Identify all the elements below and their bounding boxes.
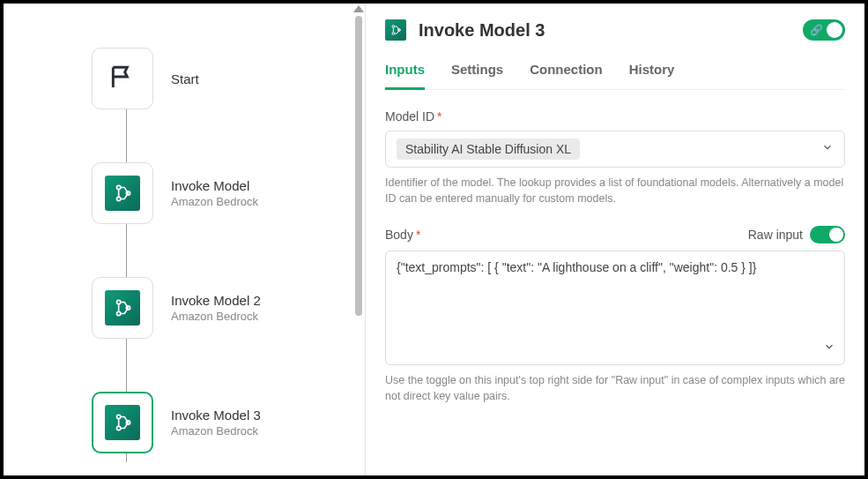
model-id-label-text: Model ID — [385, 109, 434, 123]
body-label: Body* — [385, 228, 420, 242]
node-invoke-model[interactable]: Invoke Model Amazon Bedrock — [92, 162, 261, 224]
node-title: Invoke Model — [171, 178, 258, 193]
model-id-label: Model ID* — [385, 109, 845, 123]
node-subtitle: Amazon Bedrock — [171, 195, 258, 208]
scroll-up-icon[interactable] — [353, 5, 364, 12]
bedrock-icon — [105, 290, 140, 326]
node-start[interactable]: Start — [92, 48, 261, 109]
bedrock-icon — [105, 405, 140, 440]
tab-connection[interactable]: Connection — [530, 62, 603, 89]
body-input[interactable]: {"text_prompts": [ { "text": "A lighthou… — [385, 251, 845, 365]
panel-title: Invoke Model 3 — [419, 20, 803, 41]
bedrock-icon — [105, 176, 140, 211]
bedrock-icon — [385, 19, 406, 41]
svg-point-6 — [117, 415, 121, 418]
workflow-canvas[interactable]: Start Invoke Model Amazon Bedrock — [4, 4, 365, 475]
raw-input-label: Raw input — [748, 228, 803, 242]
svg-point-1 — [117, 197, 121, 200]
svg-point-7 — [117, 426, 121, 430]
svg-point-9 — [392, 26, 395, 28]
node-title: Invoke Model 3 — [171, 408, 261, 423]
node-subtitle: Amazon Bedrock — [171, 310, 261, 323]
node-details-panel: Invoke Model 3 🔗 Inputs Settings Connect… — [365, 4, 864, 475]
flag-icon — [108, 63, 137, 94]
svg-point-3 — [117, 300, 121, 303]
svg-point-4 — [117, 311, 121, 315]
svg-point-10 — [392, 33, 395, 35]
body-help: Use the toggle on this input's top right… — [385, 372, 845, 404]
svg-point-0 — [117, 185, 121, 189]
chevron-down-icon[interactable] — [823, 341, 835, 356]
node-enabled-toggle[interactable]: 🔗 — [803, 19, 845, 41]
node-invoke-model-2[interactable]: Invoke Model 2 Amazon Bedrock — [92, 277, 261, 339]
node-title: Start — [171, 71, 199, 86]
model-id-select[interactable]: Stability AI Stable Diffusion XL — [385, 131, 845, 168]
node-title: Invoke Model 2 — [171, 293, 261, 308]
body-label-text: Body — [385, 228, 413, 242]
tab-settings[interactable]: Settings — [451, 62, 503, 89]
chevron-down-icon — [821, 141, 834, 157]
raw-input-toggle[interactable] — [810, 226, 845, 243]
body-value: {"text_prompts": [ { "text": "A lighthou… — [397, 260, 756, 274]
panel-tabs: Inputs Settings Connection History — [385, 62, 845, 90]
tab-history[interactable]: History — [629, 62, 675, 89]
model-id-help: Identifier of the model. The lookup prov… — [385, 175, 845, 206]
scrollbar[interactable] — [352, 4, 365, 475]
tab-inputs[interactable]: Inputs — [385, 62, 425, 90]
link-icon: 🔗 — [810, 24, 823, 36]
scroll-thumb[interactable] — [355, 16, 362, 316]
model-id-value-chip: Stability AI Stable Diffusion XL — [397, 138, 580, 160]
node-invoke-model-3[interactable]: Invoke Model 3 Amazon Bedrock — [92, 392, 261, 453]
node-subtitle: Amazon Bedrock — [171, 424, 261, 438]
